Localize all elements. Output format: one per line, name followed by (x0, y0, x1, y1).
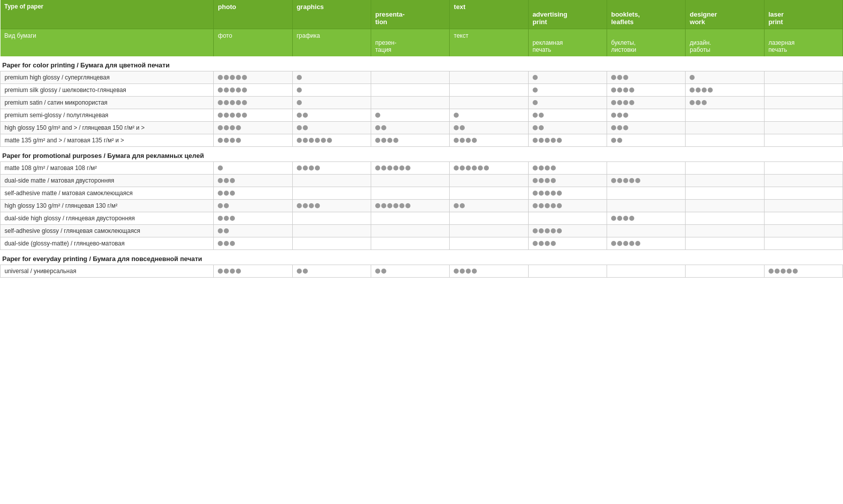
dots-cell-col4 (528, 225, 607, 237)
dots-cell-col2 (371, 109, 449, 122)
table-row: dual-side matte / матовая двусторонняя (1, 175, 843, 187)
dot-indicator (611, 216, 616, 221)
table-row: self-adhesive matte / матовая самоклеюща… (1, 187, 843, 200)
dot-indicator (539, 191, 544, 196)
dots-cell-col2 (371, 122, 449, 134)
dot-indicator (218, 241, 223, 246)
dot-indicator (551, 138, 556, 143)
dots-cell-col4 (528, 84, 607, 97)
dots-cell-col3 (450, 265, 528, 278)
dots-cell-col7 (764, 225, 842, 237)
header-advertising: advertising print (528, 0, 607, 29)
dot-indicator (454, 165, 459, 171)
dot-indicator (454, 269, 459, 274)
dot-indicator (393, 138, 398, 143)
dot-indicator (297, 269, 302, 274)
dot-indicator (387, 203, 392, 208)
dot-indicator (297, 113, 302, 118)
dot-indicator (611, 113, 616, 118)
dot-indicator (551, 191, 556, 196)
table-row: matte 108 g/m² / матовая 108 г/м² (1, 162, 843, 175)
dot-indicator (472, 269, 477, 274)
dot-indicator (460, 203, 465, 208)
dots-cell-col5 (607, 109, 685, 122)
header-paper-type: Type of paper (1, 0, 214, 29)
dot-indicator (539, 125, 544, 130)
table-row: premium silk glossy / шелковисто-глянцев… (1, 84, 843, 97)
dots-cell-col2 (371, 134, 449, 147)
table-row: self-adhesive glossy / глянцевая самокле… (1, 225, 843, 237)
dots-cell-col7 (764, 200, 842, 212)
dot-indicator (539, 138, 544, 143)
dot-indicator (454, 113, 459, 118)
dots-cell-col2 (371, 162, 449, 175)
dot-indicator (224, 75, 229, 80)
dot-indicator (218, 125, 223, 130)
dot-indicator (545, 165, 550, 171)
dot-indicator (460, 138, 465, 143)
dots-cell-col5 (607, 162, 685, 175)
dot-indicator (690, 88, 695, 93)
header-paper-type-ru: Вид бумаги (1, 29, 214, 57)
dot-indicator (617, 216, 622, 221)
dot-indicator (303, 165, 308, 171)
dot-indicator (617, 241, 622, 246)
paper-name: matte 108 g/m² / матовая 108 г/м² (1, 162, 214, 175)
dots-cell-col2 (371, 84, 449, 97)
dot-indicator (533, 178, 538, 183)
dots-cell-col1 (292, 162, 371, 175)
dot-indicator (230, 113, 235, 118)
dot-indicator (297, 203, 302, 208)
dot-indicator (218, 203, 223, 208)
dots-cell-col6 (686, 109, 764, 122)
table-row: universal / универсальная (1, 265, 843, 278)
dots-cell-col4 (528, 175, 607, 187)
dot-indicator (224, 228, 229, 233)
dots-cell-col2 (371, 212, 449, 225)
dot-indicator (218, 216, 223, 221)
dots-cell-col0 (214, 175, 292, 187)
dot-indicator (623, 125, 628, 130)
dot-indicator (472, 165, 477, 171)
dots-cell-col2 (371, 175, 449, 187)
dots-cell-col7 (764, 109, 842, 122)
dots-cell-col6 (686, 122, 764, 134)
dots-cell-col2 (371, 237, 449, 250)
dot-indicator (539, 228, 544, 233)
dot-indicator (617, 75, 622, 80)
dot-indicator (236, 138, 241, 143)
table-row: high glossy 130 g/m² / глянцевая 130 г/м… (1, 200, 843, 212)
dots-cell-col6 (686, 71, 764, 84)
dots-cell-col0 (214, 71, 292, 84)
dot-indicator (387, 165, 392, 171)
dot-indicator (230, 241, 235, 246)
header-booklets-ru: буклеты, листовки (607, 29, 685, 57)
dots-cell-col3 (450, 162, 528, 175)
dots-cell-col5 (607, 134, 685, 147)
dots-cell-col3 (450, 122, 528, 134)
dot-indicator (230, 216, 235, 221)
paper-comparison-table: Type of paper photo graphics presenta- t… (0, 0, 843, 278)
dots-cell-col5 (607, 265, 685, 278)
dot-indicator (375, 138, 380, 143)
dot-indicator (297, 75, 302, 80)
dot-indicator (218, 88, 223, 93)
dot-indicator (557, 228, 562, 233)
dots-cell-col6 (686, 84, 764, 97)
dot-indicator (466, 138, 471, 143)
dot-indicator (309, 165, 314, 171)
dots-cell-col1 (292, 109, 371, 122)
dot-indicator (224, 269, 229, 274)
dot-indicator (230, 191, 235, 196)
dots-cell-col3 (450, 134, 528, 147)
dot-indicator (224, 88, 229, 93)
dots-cell-col2 (371, 71, 449, 84)
dot-indicator (551, 178, 556, 183)
header-text: text (450, 0, 528, 29)
dots-cell-col3 (450, 84, 528, 97)
dots-cell-col3 (450, 237, 528, 250)
dot-indicator (224, 125, 229, 130)
dots-cell-col2 (371, 265, 449, 278)
dot-indicator (611, 125, 616, 130)
dot-indicator (230, 125, 235, 130)
